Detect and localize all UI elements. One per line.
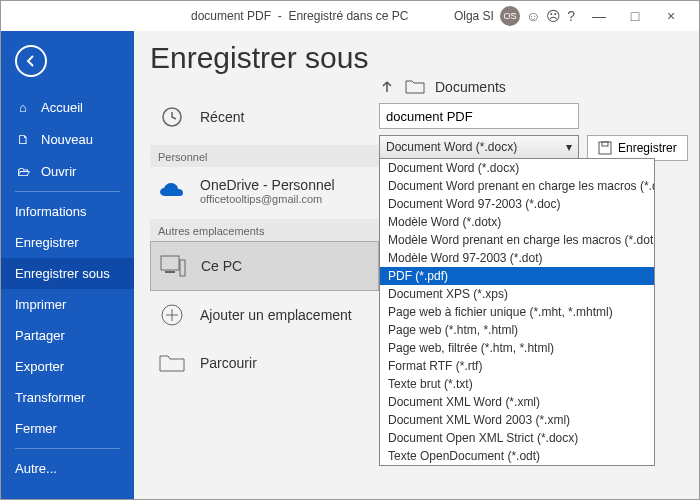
filetype-option[interactable]: Modèle Word 97-2003 (*.dot) (380, 249, 654, 267)
recent-icon (158, 103, 186, 131)
location-label: Ajouter un emplacement (200, 307, 352, 323)
onedrive-icon (158, 177, 186, 205)
folder-icon (405, 79, 425, 95)
sidebar-item-label: Enregistrer sous (15, 266, 110, 281)
section-other: Autres emplacements (150, 219, 379, 241)
window-title: document PDF - Enregistré dans ce PC (191, 9, 408, 23)
doc-name: document PDF (191, 9, 271, 23)
sidebar-item-label: Enregistrer (15, 235, 79, 250)
sidebar-item-open[interactable]: 🗁Ouvrir (1, 155, 134, 187)
filetype-dropdown[interactable]: Document Word (*.docx)Document Word pren… (379, 158, 655, 466)
filetype-combobox[interactable]: Document Word (*.docx) ▾ (379, 135, 579, 159)
svg-rect-2 (180, 260, 185, 276)
svg-rect-5 (599, 142, 611, 154)
sidebar-item-saveas[interactable]: Enregistrer sous (1, 258, 134, 289)
open-icon: 🗁 (15, 163, 31, 179)
sidebar-item-label: Exporter (15, 359, 64, 374)
svg-rect-3 (165, 271, 175, 273)
svg-rect-6 (602, 142, 608, 146)
location-thispc[interactable]: Ce PC (150, 241, 379, 291)
sidebar-item-label: Transformer (15, 390, 85, 405)
filename-input[interactable] (379, 103, 579, 129)
feedback-sad-icon[interactable]: ☹ (546, 8, 561, 24)
location-label: Parcourir (200, 355, 257, 371)
filetype-option[interactable]: Format RTF (*.rtf) (380, 357, 654, 375)
location-recent[interactable]: Récent (150, 93, 379, 141)
filetype-option[interactable]: Document XML Word (*.xml) (380, 393, 654, 411)
filetype-option[interactable]: Texte OpenDocument (*.odt) (380, 447, 654, 465)
chevron-down-icon: ▾ (566, 140, 572, 154)
sidebar-item-label: Fermer (15, 421, 57, 436)
sidebar-item-close[interactable]: Fermer (1, 413, 134, 444)
feedback-happy-icon[interactable]: ☺ (526, 8, 540, 24)
sidebar-item-print[interactable]: Imprimer (1, 289, 134, 320)
close-button[interactable]: × (653, 1, 689, 31)
filetype-option[interactable]: Document Word 97-2003 (*.doc) (380, 195, 654, 213)
sidebar-item-home[interactable]: ⌂Accueil (1, 91, 134, 123)
location-browse[interactable]: Parcourir (150, 339, 379, 387)
sidebar-item-label: Nouveau (41, 132, 93, 147)
separator (15, 191, 120, 192)
save-status: Enregistré dans ce PC (288, 9, 408, 23)
sidebar-item-label: Accueil (41, 100, 83, 115)
sidebar-item-label: Ouvrir (41, 164, 76, 179)
filetype-option[interactable]: Page web, filtrée (*.htm, *.html) (380, 339, 654, 357)
section-personal: Personnel (150, 145, 379, 167)
location-label: OneDrive - Personnel (200, 177, 335, 193)
maximize-button[interactable]: □ (617, 1, 653, 31)
page-title: Enregistrer sous (150, 41, 379, 75)
filetype-option[interactable]: PDF (*.pdf) (380, 267, 654, 285)
location-addplace[interactable]: Ajouter un emplacement (150, 291, 379, 339)
filetype-option[interactable]: Document XPS (*.xps) (380, 285, 654, 303)
sidebar-item-save[interactable]: Enregistrer (1, 227, 134, 258)
sidebar-item-label: Informations (15, 204, 87, 219)
minimize-button[interactable]: — (581, 1, 617, 31)
new-icon: 🗋 (15, 131, 31, 147)
filetype-option[interactable]: Document Open XML Strict (*.docx) (380, 429, 654, 447)
sidebar-item-label: Imprimer (15, 297, 66, 312)
help-icon[interactable]: ? (567, 8, 575, 24)
user-name: Olga SI (454, 9, 494, 23)
save-button-label: Enregistrer (618, 141, 677, 155)
sidebar-item-more[interactable]: Autre... (1, 453, 134, 484)
filetype-option[interactable]: Page web à fichier unique (*.mht, *.mhtm… (380, 303, 654, 321)
location-sublabel: officetooltips@gmail.com (200, 193, 335, 205)
filetype-option[interactable]: Document Word prenant en charge les macr… (380, 177, 654, 195)
filetype-option[interactable]: Document XML Word 2003 (*.xml) (380, 411, 654, 429)
save-icon (598, 141, 612, 155)
back-button[interactable] (15, 45, 47, 77)
sidebar-item-transform[interactable]: Transformer (1, 382, 134, 413)
location-label: Récent (200, 109, 244, 125)
separator (15, 448, 120, 449)
sidebar-item-new[interactable]: 🗋Nouveau (1, 123, 134, 155)
backstage-sidebar: ⌂Accueil 🗋Nouveau 🗁Ouvrir Informations E… (1, 31, 134, 500)
sidebar-item-label: Partager (15, 328, 65, 343)
sidebar-item-info[interactable]: Informations (1, 196, 134, 227)
titlebar: document PDF - Enregistré dans ce PC Olg… (1, 1, 699, 31)
location-label: Ce PC (201, 258, 242, 274)
avatar[interactable]: OS (500, 6, 520, 26)
filetype-option[interactable]: Page web (*.htm, *.html) (380, 321, 654, 339)
home-icon: ⌂ (15, 99, 31, 115)
sidebar-item-label: Autre... (15, 461, 57, 476)
browse-icon (158, 349, 186, 377)
filetype-option[interactable]: Document Word (*.docx) (380, 159, 654, 177)
svg-rect-1 (161, 256, 179, 270)
sidebar-item-export[interactable]: Exporter (1, 351, 134, 382)
pc-icon (159, 252, 187, 280)
add-place-icon (158, 301, 186, 329)
filetype-option[interactable]: Modèle Word (*.dotx) (380, 213, 654, 231)
filetype-option[interactable]: Modèle Word prenant en charge les macros… (380, 231, 654, 249)
current-folder[interactable]: Documents (435, 79, 506, 95)
sidebar-item-share[interactable]: Partager (1, 320, 134, 351)
up-arrow-icon[interactable] (379, 79, 395, 95)
back-arrow-icon (24, 54, 38, 68)
location-onedrive[interactable]: OneDrive - Personnel officetooltips@gmai… (150, 167, 379, 215)
combobox-value: Document Word (*.docx) (386, 140, 517, 154)
filetype-option[interactable]: Texte brut (*.txt) (380, 375, 654, 393)
